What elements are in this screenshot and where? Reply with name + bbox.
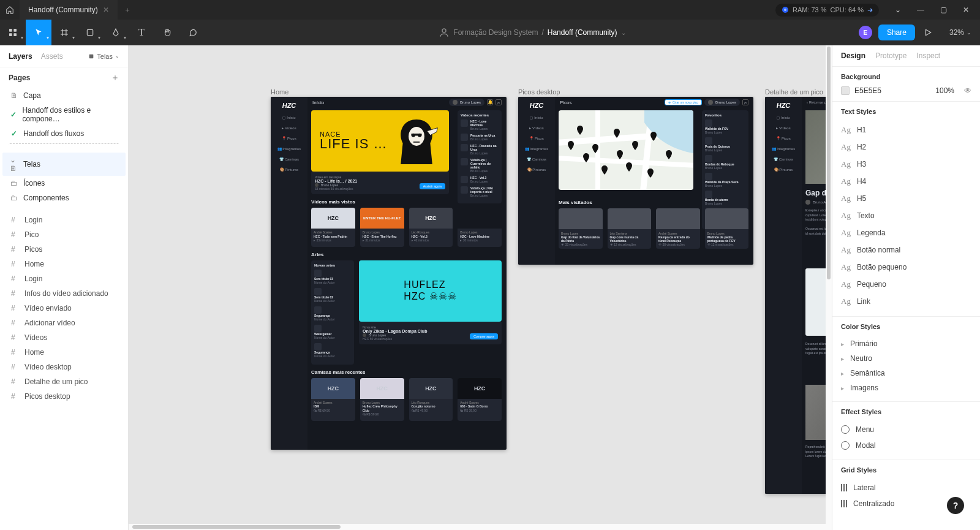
watch-now-button: Assistir agora — [420, 183, 445, 189]
window-close-icon[interactable]: ✕ — [963, 6, 969, 14]
cpu-label: CPU: 64 % — [831, 6, 864, 13]
color-style-group[interactable]: ▸Imagens — [841, 380, 971, 395]
svg-point-1 — [784, 9, 786, 11]
layer-row[interactable]: #Picos — [0, 242, 128, 257]
user-avatar[interactable]: E — [859, 26, 872, 39]
buy-now-button: Comprar agora — [470, 333, 498, 339]
layer-row[interactable]: #Vídeo enviado — [0, 301, 128, 316]
chevron-down-icon[interactable]: ⌄ — [895, 6, 901, 14]
layer-row[interactable]: #Picos desktop — [0, 389, 128, 404]
text-style-row[interactable]: AgH3 — [841, 156, 971, 173]
layer-row[interactable]: #Infos do vídeo adicionado — [0, 286, 128, 301]
tab-prototype[interactable]: Prototype — [875, 51, 907, 60]
hand-tool[interactable] — [154, 20, 180, 45]
grid-style-row[interactable]: Lateral — [841, 480, 971, 496]
breadcrumb-current[interactable]: Handoff (Community) — [548, 28, 617, 37]
layer-row[interactable]: #Vídeos — [0, 330, 128, 345]
svg-rect-2 — [9, 29, 12, 32]
tab-layers[interactable]: Layers — [9, 52, 32, 61]
canvas[interactable]: Home HZC◻ Início▸ Vídeos📍 Picos👥 Integra… — [129, 45, 832, 530]
layer-row[interactable]: #Pico — [0, 227, 128, 242]
pen-tool[interactable]: ▾ — [103, 20, 129, 45]
add-page-button[interactable]: ＋ — [111, 72, 119, 83]
color-style-group[interactable]: ▸Primário — [841, 336, 971, 351]
share-button[interactable]: Share — [878, 25, 915, 40]
frame-label-detalhe[interactable]: Detalhe de um pico — [765, 88, 823, 96]
close-tab-icon[interactable]: ✕ — [103, 6, 109, 14]
frame-detalhe[interactable]: HZC ◻ Início▸ Vídeos📍 Picos👥 Integrantes… — [765, 97, 832, 494]
zoom-control[interactable]: 32% ⌄ — [941, 28, 980, 37]
bg-opacity[interactable]: 100% — [935, 86, 954, 95]
background-header: Background — [841, 73, 971, 80]
main-menu-button[interactable]: ▾ — [0, 20, 26, 45]
text-style-row[interactable]: AgLink — [841, 293, 971, 310]
page-row[interactable]: ✓Handoff dos estilos e compone… — [2, 103, 126, 126]
user-avatar-icon — [439, 27, 450, 38]
layer-row[interactable]: #Home — [0, 257, 128, 271]
canvas-scrollbar-vertical[interactable] — [826, 45, 832, 524]
text-style-row[interactable]: AgBotão normal — [841, 241, 971, 259]
file-tab[interactable]: Handoff (Community) ✕ — [20, 0, 118, 20]
text-style-row[interactable]: AgH4 — [841, 173, 971, 190]
canvas-scrollbar[interactable] — [129, 524, 832, 530]
move-tool[interactable]: ▾ — [26, 20, 51, 45]
text-style-row[interactable]: AgH2 — [841, 138, 971, 156]
svg-rect-3 — [13, 29, 17, 32]
frame-picos[interactable]: HZC◻ Início▸ Vídeos📍 Picos👥 Integrantes👕… — [518, 97, 753, 265]
layer-row[interactable]: #Detalhe de um pico — [0, 374, 128, 389]
comment-tool[interactable] — [180, 20, 206, 45]
page-selector[interactable]: Telas ⌄ — [88, 53, 119, 60]
layer-row[interactable]: #Home — [0, 345, 128, 360]
text-style-row[interactable]: AgH5 — [841, 190, 971, 207]
window-maximize-icon[interactable]: ▢ — [940, 6, 947, 14]
frame-label-picos[interactable]: Picos desktop — [518, 88, 560, 96]
window-minimize-icon[interactable]: — — [917, 6, 924, 14]
page-row[interactable]: 🗀Componentes — [2, 191, 126, 205]
frame-label-home[interactable]: Home — [271, 88, 288, 96]
page-row[interactable]: ⌄ 🗎Telas — [2, 153, 126, 176]
text-style-row[interactable]: AgBotão pequeno — [841, 259, 971, 276]
bg-swatch[interactable] — [841, 86, 850, 95]
visibility-icon[interactable]: 👁 — [964, 86, 971, 95]
color-style-group[interactable]: ▸Semântica — [841, 366, 971, 380]
present-button[interactable] — [915, 20, 941, 45]
page-row[interactable]: 🗀Ícones — [2, 176, 126, 191]
home-icon[interactable] — [0, 6, 20, 14]
color-style-group[interactable]: ▸Neutro — [841, 351, 971, 366]
text-style-row[interactable]: AgH1 — [841, 121, 971, 138]
layer-row[interactable]: #Login — [0, 271, 128, 286]
frame-home[interactable]: HZC◻ Início▸ Vídeos📍 Picos👥 Integrantes👕… — [271, 97, 507, 450]
page-row[interactable]: 🗎Capa — [2, 88, 126, 103]
text-style-row[interactable]: AgTexto — [841, 207, 971, 224]
svg-rect-5 — [13, 33, 17, 36]
tab-assets[interactable]: Assets — [41, 52, 63, 61]
left-panel: Layers Assets Telas ⌄ Pages ＋ 🗎Capa✓Hand… — [0, 45, 129, 530]
bg-hex[interactable]: E5E5E5 — [854, 86, 930, 95]
right-panel: Design Prototype Inspect Background E5E5… — [832, 45, 980, 530]
chevron-down-icon[interactable]: ⌄ — [621, 29, 626, 36]
search-icon: ⌕ — [742, 99, 748, 105]
search-icon: ⌕ — [496, 99, 502, 105]
text-style-row[interactable]: AgPequeno — [841, 276, 971, 293]
page-row[interactable]: ✓Handoff dos fluxos — [2, 126, 126, 141]
text-style-row[interactable]: AgLegenda — [841, 224, 971, 241]
effect-style-row[interactable]: Modal — [841, 437, 971, 453]
layer-row[interactable]: #Vídeo desktop — [0, 360, 128, 374]
tab-inspect[interactable]: Inspect — [916, 51, 940, 60]
help-button[interactable]: ? — [947, 497, 964, 514]
layer-row[interactable]: #Adicionar vídeo — [0, 316, 128, 330]
new-tab-button[interactable]: ＋ — [118, 5, 137, 15]
frame-tool[interactable]: ▾ — [51, 20, 77, 45]
shape-tool[interactable]: ▾ — [77, 20, 103, 45]
new-pico-button: ⊕ Criar um novo pico — [665, 99, 702, 105]
svg-point-7 — [442, 29, 446, 32]
toolbar: ▾ ▾ ▾ ▾ ▾ T Formação Design System / Han… — [0, 20, 980, 45]
effect-style-row[interactable]: Menu — [841, 422, 971, 437]
breadcrumb-parent[interactable]: Formação Design System — [453, 28, 538, 37]
text-tool[interactable]: T — [129, 20, 154, 45]
notification-icon: 🔔 — [487, 99, 493, 105]
tab-design[interactable]: Design — [841, 51, 865, 60]
frame-home-title: Início — [312, 100, 324, 105]
system-monitor: RAM: 73 % CPU: 64 % ➜ — [771, 4, 884, 17]
layer-row[interactable]: #Login — [0, 213, 128, 227]
